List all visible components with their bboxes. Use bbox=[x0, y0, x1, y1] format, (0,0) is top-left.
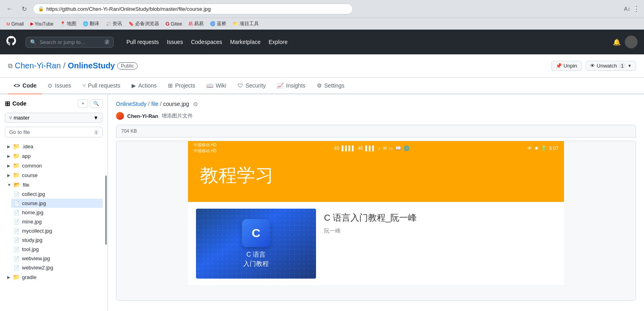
tab-projects-label: Projects bbox=[175, 82, 196, 89]
tab-actions[interactable]: ▶ Actions bbox=[126, 78, 162, 94]
carrier1: 中国移动 HD bbox=[194, 142, 216, 148]
mobile-app-title: 教程学习 bbox=[200, 163, 552, 188]
chevron-down-icon[interactable]: ▼ bbox=[628, 64, 632, 68]
commit-author[interactable]: Chen-Yi-Ran bbox=[127, 113, 158, 119]
watch-count: 1 bbox=[618, 63, 626, 69]
nav-issues[interactable]: Issues bbox=[167, 39, 183, 45]
signal-4g-2-icon: 46 bbox=[358, 146, 363, 151]
refresh-button[interactable]: ↻ bbox=[18, 3, 30, 14]
tab-settings[interactable]: ⚙ Settings bbox=[311, 78, 350, 94]
menu-icon[interactable]: ⋮ bbox=[633, 4, 640, 13]
tab-pull-requests[interactable]: ⑂ Pull requests bbox=[77, 78, 126, 94]
breadcrumb-folder[interactable]: file bbox=[151, 101, 158, 107]
course-title: C 语言入门教程_阮一峰 bbox=[324, 212, 556, 224]
bookmark-lanjing[interactable]: 🌀 蓝桥 bbox=[208, 20, 229, 28]
time-display: 9:07 bbox=[549, 146, 558, 151]
tree-item-label: common bbox=[22, 163, 42, 169]
font-size-icon: A↕ bbox=[624, 6, 630, 12]
tree-item-tool[interactable]: 📄 tool.jpg bbox=[11, 245, 103, 254]
unpin-button[interactable]: 📌 Unpin bbox=[551, 61, 582, 71]
bookmark-gmail[interactable]: M Gmail bbox=[4, 20, 26, 28]
breadcrumb-sep1: / bbox=[148, 101, 150, 107]
bookmark-browser-label: 必备浏览器 bbox=[135, 20, 159, 27]
github-logo[interactable] bbox=[6, 36, 16, 48]
search-shortcut: / bbox=[105, 40, 109, 44]
browser-toolbar: ← ↻ 🔒 https://github.com/Chen-Yi-Ran/Onl… bbox=[0, 0, 644, 18]
file-icon: 📄 bbox=[14, 265, 20, 271]
bookmark-news[interactable]: 📰 资讯 bbox=[103, 20, 124, 28]
commit-message: 增添图片文件 bbox=[162, 112, 193, 120]
bookmark-maps[interactable]: 📍 地图 bbox=[58, 20, 79, 28]
github-header: 🔍 Search or jump to... / Pull requests I… bbox=[0, 30, 644, 54]
tree-item-webview2[interactable]: 📄 webview2.jpg bbox=[11, 263, 103, 272]
tree-item-collect[interactable]: 📄 collect.jpg bbox=[11, 189, 103, 199]
eye-status-icon: 👁 bbox=[527, 146, 532, 151]
tree-item-common[interactable]: ▶ 📁 common bbox=[5, 161, 103, 170]
arrow-icon: ▶ bbox=[7, 163, 10, 168]
add-file-button[interactable]: + bbox=[78, 99, 88, 108]
tab-issues-label: Issues bbox=[55, 82, 71, 89]
tree-item-webview[interactable]: 📄 webview.jpg bbox=[11, 254, 103, 263]
repo-name[interactable]: OnlineStudy bbox=[68, 61, 115, 70]
nav-marketplace[interactable]: Marketplace bbox=[230, 39, 260, 45]
bookmark-yiyi[interactable]: 易 易易 bbox=[186, 20, 206, 28]
tab-issues[interactable]: ⊙ Issues bbox=[42, 78, 76, 94]
tab-insights[interactable]: 📈 Insights bbox=[271, 78, 311, 94]
image-preview: 中国移动 HD 中国移动 HD 46 ▌▌▌▌ 46 ▌▌▌ ♪ ✉ ▷ 📖 bbox=[116, 141, 636, 301]
tab-wiki[interactable]: 📖 Wiki bbox=[201, 78, 232, 94]
back-button[interactable]: ← bbox=[4, 3, 15, 14]
file-icon: 📄 bbox=[14, 247, 20, 252]
repo-icon: ⧉ bbox=[8, 62, 12, 70]
tree-item-idea[interactable]: ▶ 📁 .idea bbox=[5, 142, 103, 151]
address-bar[interactable]: 🔒 https://github.com/Chen-Yi-Ran/OnlineS… bbox=[33, 4, 353, 14]
tree-item-file[interactable]: ▼ 📂 file bbox=[5, 180, 103, 189]
repo-owner[interactable]: Chen-Yi-Ran bbox=[15, 61, 61, 70]
sidebar-title-label: Code bbox=[12, 100, 26, 107]
bookmark-youtube[interactable]: ▶ YouTube bbox=[28, 20, 56, 28]
tree-item-study[interactable]: 📄 study.jpg bbox=[11, 235, 103, 245]
copy-icon[interactable]: ⊙ bbox=[193, 101, 198, 107]
notification-icon[interactable]: 🔔 bbox=[613, 38, 621, 46]
search-file-button[interactable]: 🔍 bbox=[90, 99, 103, 108]
course-img-line1: C 语言 bbox=[242, 250, 270, 259]
unwatch-button[interactable]: 👁 Unwatch 1 ▼ bbox=[586, 61, 636, 71]
bookmark-translate[interactable]: 🌐 翻译 bbox=[80, 20, 102, 28]
github-search[interactable]: 🔍 Search or jump to... / bbox=[26, 37, 114, 48]
nav-explore[interactable]: Explore bbox=[269, 39, 288, 45]
nav-codespaces[interactable]: Codespaces bbox=[191, 39, 222, 45]
yiyi-icon: 易 bbox=[188, 21, 193, 27]
tree-item-mycollect[interactable]: 📄 mycollect.jpg bbox=[11, 226, 103, 235]
tree-item-label: study.jpg bbox=[22, 237, 42, 243]
bookmarks-bar: M Gmail ▶ YouTube 📍 地图 🌐 翻译 📰 资讯 🔖 必备浏览器… bbox=[0, 18, 644, 30]
tree-item-gradle[interactable]: ▶ 📁 gradle bbox=[5, 272, 103, 282]
tree-item-label: course bbox=[22, 172, 38, 178]
bookmark-tools[interactable]: 📁 项目工具 bbox=[230, 20, 261, 28]
user-avatar[interactable] bbox=[625, 36, 638, 48]
course-subtitle: 阮一峰 bbox=[324, 227, 556, 235]
file-icon: 📄 bbox=[14, 191, 20, 197]
tab-code[interactable]: <> Code bbox=[8, 78, 42, 94]
scrollbar-thumb bbox=[105, 175, 107, 245]
visibility-badge: Public bbox=[117, 62, 138, 70]
bookmark-maps-label: 地图 bbox=[67, 20, 76, 27]
breadcrumb-repo[interactable]: OnlineStudy bbox=[116, 101, 146, 107]
tree-item-label: gradle bbox=[22, 274, 36, 280]
tree-item-mine[interactable]: 📄 mine.jpg bbox=[11, 217, 103, 226]
tree-item-course[interactable]: ▶ 📁 course bbox=[5, 170, 103, 180]
gitee-icon: G bbox=[166, 21, 170, 27]
bookmark-browser[interactable]: 🔖 必备浏览器 bbox=[126, 20, 162, 28]
search-box[interactable]: Go to file t bbox=[5, 127, 103, 138]
status-center: 46 ▌▌▌▌ 46 ▌▌▌ ♪ ✉ ▷ 📖 🌐 bbox=[334, 146, 410, 151]
tree-item-course-jpg[interactable]: 📄 course.jpg bbox=[11, 199, 103, 208]
settings-tab-icon: ⚙ bbox=[317, 82, 322, 89]
nav-pull-requests[interactable]: Pull requests bbox=[126, 39, 159, 45]
arrow-icon: ▼ bbox=[7, 183, 11, 187]
bookmark-gitee[interactable]: G Gitee bbox=[163, 20, 185, 28]
status-right: 👁 ✱ 🔋 9:07 bbox=[527, 146, 558, 151]
folder-icon: 📁 bbox=[13, 143, 20, 150]
tab-security[interactable]: 🛡 Security bbox=[232, 78, 272, 94]
tab-projects[interactable]: ⊞ Projects bbox=[162, 78, 201, 94]
branch-selector[interactable]: ⑂ master ▼ bbox=[5, 113, 103, 123]
tree-item-app[interactable]: ▶ 📁 app bbox=[5, 151, 103, 161]
tree-item-home[interactable]: 📄 home.jpg bbox=[11, 208, 103, 217]
